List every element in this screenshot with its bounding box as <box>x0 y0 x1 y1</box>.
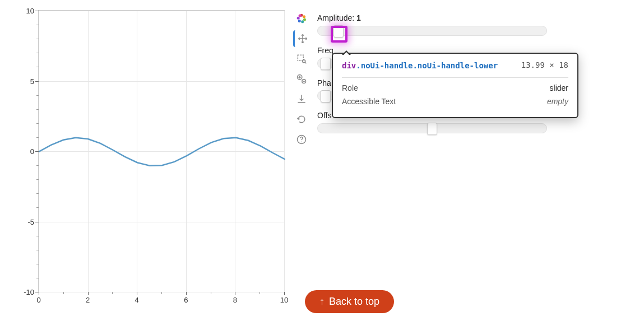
ytick-5: 5 <box>12 77 34 85</box>
help-icon[interactable] <box>293 131 310 148</box>
svg-point-3 <box>301 20 304 23</box>
devtools-element-tooltip: 13.99 × 18 div.noUi-handle.noUi-handle-l… <box>332 53 578 118</box>
ytick--10: -10 <box>12 288 34 296</box>
save-icon[interactable] <box>293 91 310 108</box>
xtick-2: 2 <box>86 296 90 304</box>
frequency-slider-handle[interactable] <box>321 58 331 70</box>
plot-canvas[interactable]: 10 5 0 -5 -10 0 2 4 6 8 10 <box>38 10 285 292</box>
devtools-dimensions: 13.99 × 18 <box>521 61 568 69</box>
svg-point-5 <box>297 17 300 20</box>
xtick-4: 4 <box>135 296 139 304</box>
svg-point-6 <box>299 15 302 17</box>
offset-slider[interactable] <box>317 123 547 133</box>
xtick-10: 10 <box>280 296 288 304</box>
svg-point-12 <box>301 142 302 142</box>
amplitude-slider-handle[interactable] <box>333 25 344 38</box>
wheel-zoom-icon[interactable] <box>293 71 310 87</box>
bokeh-logo-icon[interactable] <box>293 10 310 27</box>
xtick-6: 6 <box>184 296 188 304</box>
box-zoom-icon[interactable] <box>293 50 310 67</box>
phase-slider-handle[interactable] <box>321 90 331 103</box>
amplitude-label: Amplitude: 1 <box>317 13 547 22</box>
devtools-accessible-text-row: Accessible Textempty <box>342 97 568 106</box>
pan-icon[interactable] <box>293 30 310 47</box>
reset-icon[interactable] <box>293 111 310 128</box>
plot-toolbar <box>291 10 312 148</box>
ytick-10: 10 <box>12 7 34 15</box>
xtick-8: 8 <box>233 296 237 304</box>
devtools-selector: div.noUi-handle.noUi-handle-lower <box>342 61 498 70</box>
xtick-0: 0 <box>36 296 40 304</box>
back-to-top-label: Back to top <box>329 296 379 308</box>
sine-curve <box>39 11 285 293</box>
amplitude-control: Amplitude: 1 <box>317 13 547 36</box>
svg-point-4 <box>298 20 301 22</box>
arrow-up-icon: ↑ <box>319 296 325 308</box>
devtools-role-row: Roleslider <box>342 83 568 92</box>
amplitude-slider[interactable] <box>317 26 547 36</box>
back-to-top-button[interactable]: ↑ Back to top <box>305 290 394 313</box>
svg-point-2 <box>303 18 306 21</box>
chart-area: 10 5 0 -5 -10 0 2 4 6 8 10 <box>0 0 291 314</box>
ytick-0: 0 <box>12 147 34 156</box>
svg-point-1 <box>303 15 305 18</box>
offset-slider-handle[interactable] <box>427 123 437 135</box>
ytick--5: -5 <box>12 217 34 226</box>
